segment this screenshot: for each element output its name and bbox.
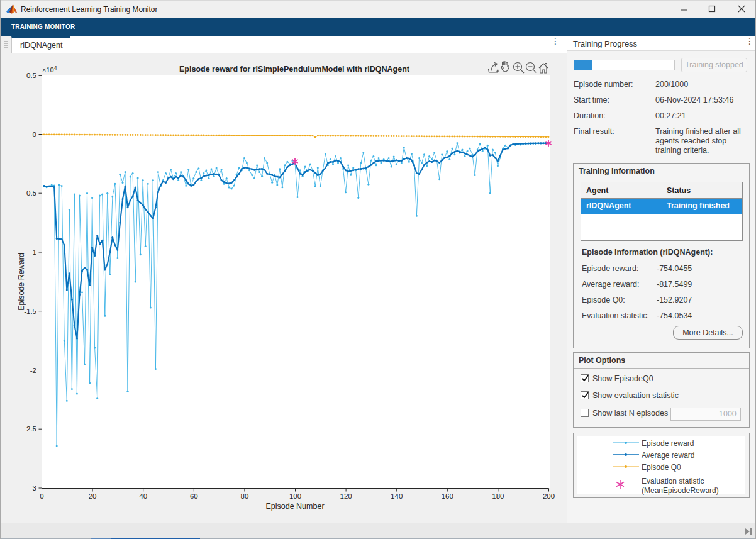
svg-text:-1.5: -1.5 [24,308,36,315]
svg-text:-1: -1 [30,248,36,256]
svg-text:120: 120 [340,492,352,500]
svg-text:200: 200 [543,492,555,500]
svg-text:Episode Number: Episode Number [265,502,324,511]
svg-text:-2.5: -2.5 [24,425,36,433]
svg-text:180: 180 [492,492,504,500]
svg-text:20: 20 [89,492,97,500]
svg-text:40: 40 [139,492,147,500]
svg-text:80: 80 [241,492,249,500]
svg-text:-2: -2 [30,367,36,374]
svg-text:Episode reward for rlSimplePen: Episode reward for rlSimplePendulumModel… [179,65,410,74]
svg-text:0.5: 0.5 [26,72,36,79]
svg-text:-3: -3 [30,484,36,492]
svg-text:-0.5: -0.5 [24,189,36,197]
svg-text:0: 0 [33,131,36,138]
svg-text:0: 0 [40,492,43,500]
svg-text:60: 60 [190,492,198,500]
svg-text:140: 140 [391,492,403,500]
svg-text:×104: ×104 [42,65,57,74]
svg-text:Episode Reward: Episode Reward [17,253,26,311]
svg-text:160: 160 [442,492,453,500]
svg-text:100: 100 [289,492,301,500]
